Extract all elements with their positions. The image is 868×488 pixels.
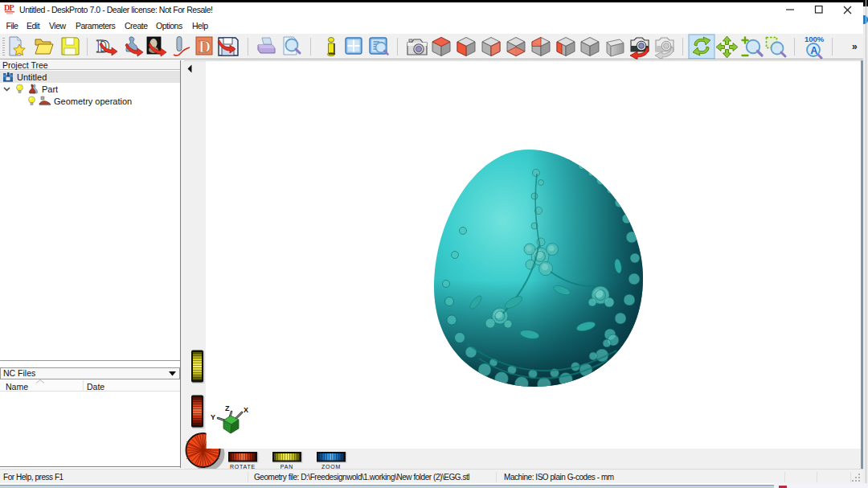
svg-text:»: » <box>852 41 858 52</box>
svg-text:D: D <box>199 37 211 56</box>
svg-text:Y: Y <box>211 413 215 421</box>
svg-text:A: A <box>811 45 818 56</box>
svg-text:100%: 100% <box>805 35 825 43</box>
svg-text:P: P <box>10 3 14 12</box>
svg-text:X: X <box>244 406 248 414</box>
svg-text:Z: Z <box>225 404 230 412</box>
